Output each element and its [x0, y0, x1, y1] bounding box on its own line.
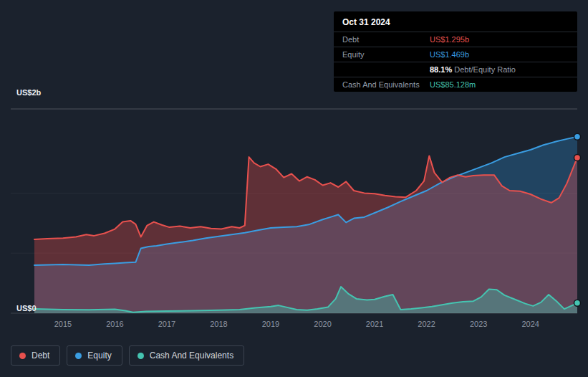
tooltip-row-equity: Equity US$1.469b	[334, 47, 577, 62]
tooltip-row-cash: Cash And Equivalents US$85.128m	[334, 77, 577, 92]
cash-dot-icon	[138, 353, 144, 359]
tooltip: Oct 31 2024 Debt US$1.295b Equity US$1.4…	[334, 11, 577, 92]
legend-item-debt[interactable]: Debt	[11, 345, 60, 366]
x-tick-label: 2022	[418, 320, 435, 328]
legend: Debt Equity Cash And Equivalents	[11, 345, 244, 366]
legend-cash-label: Cash And Equivalents	[150, 350, 233, 361]
tooltip-row-ratio: 88.1% Debt/Equity Ratio	[334, 62, 577, 77]
x-tick-label: 2018	[210, 320, 227, 328]
legend-debt-label: Debt	[32, 350, 49, 361]
x-tick-label: 2017	[158, 320, 175, 328]
legend-item-cash[interactable]: Cash And Equivalents	[129, 345, 244, 366]
tooltip-equity-label: Equity	[342, 50, 430, 59]
debt-end-marker	[574, 154, 581, 161]
tooltip-cash-label: Cash And Equivalents	[342, 80, 430, 89]
ratio-label: Debt/Equity Ratio	[454, 65, 516, 74]
x-tick-label: 2021	[366, 320, 383, 328]
tooltip-debt-value: US$1.295b	[430, 35, 569, 44]
ratio-number: 88.1%	[430, 65, 452, 74]
tooltip-row-debt: Debt US$1.295b	[334, 32, 577, 47]
x-tick-label: 2020	[314, 320, 331, 328]
tooltip-ratio-value: 88.1% Debt/Equity Ratio	[430, 65, 569, 74]
cash-end-marker	[574, 300, 581, 306]
equity-end-marker	[574, 133, 581, 140]
x-tick-label: 2023	[470, 320, 487, 328]
y-axis-label-max: US$2b	[16, 88, 41, 97]
x-tick-label: 2019	[262, 320, 279, 328]
debt-dot-icon	[19, 353, 26, 359]
x-tick-label: 2015	[54, 320, 72, 328]
legend-item-equity[interactable]: Equity	[67, 345, 122, 366]
y-axis-label-zero: US$0	[16, 304, 37, 312]
legend-equity-label: Equity	[87, 350, 111, 361]
tooltip-date: Oct 31 2024	[334, 11, 577, 32]
debt-equity-history-chart[interactable]: 2015201620172018201920202021202220232024…	[0, 0, 588, 377]
x-tick-label: 2016	[106, 320, 123, 328]
tooltip-equity-value: US$1.469b	[430, 50, 569, 59]
x-tick-label: 2024	[521, 320, 539, 328]
tooltip-cash-value: US$85.128m	[430, 80, 569, 89]
page: { "colors": { "background": "#1b222d", "…	[0, 0, 588, 377]
equity-dot-icon	[75, 353, 82, 359]
tooltip-debt-label: Debt	[342, 35, 430, 44]
